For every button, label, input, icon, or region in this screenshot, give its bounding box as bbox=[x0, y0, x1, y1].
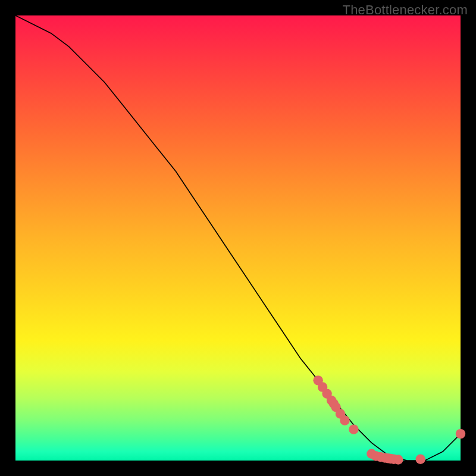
marker-dot bbox=[349, 424, 358, 434]
marker-dot bbox=[393, 455, 403, 464]
chart-plot-area bbox=[15, 15, 461, 461]
bottleneck-curve bbox=[15, 15, 461, 461]
marker-dot bbox=[340, 415, 349, 425]
chart-frame: TheBottlenecker.com bbox=[0, 0, 476, 476]
marker-dot bbox=[456, 429, 465, 439]
attribution-label: TheBottlenecker.com bbox=[343, 2, 468, 18]
chart-svg bbox=[15, 15, 461, 461]
marker-dot bbox=[415, 455, 425, 464]
